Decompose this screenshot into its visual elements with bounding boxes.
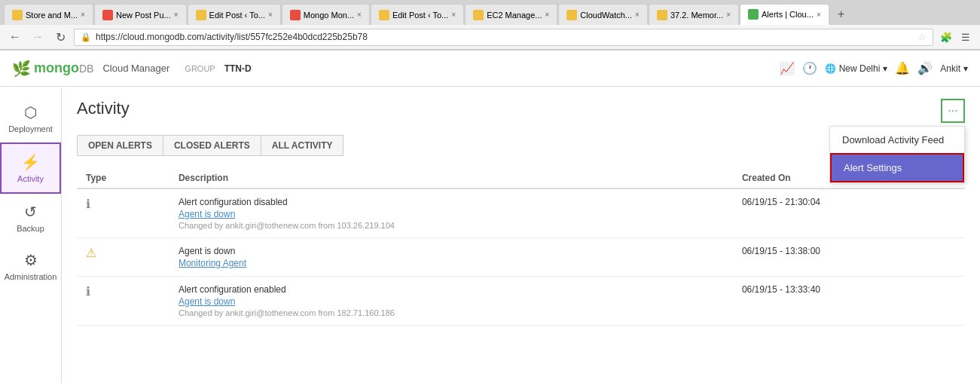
topbar-graph-icon[interactable]: 📈 <box>780 61 795 75</box>
activity-tab-all[interactable]: ALL ACTIVITY <box>261 135 344 156</box>
backup-icon: ↺ <box>24 203 37 221</box>
tab-close-icon[interactable]: × <box>635 11 640 19</box>
lock-icon: 🔒 <box>81 32 91 42</box>
group-name: TTN-D <box>224 63 252 74</box>
app-layout: ⬡Deployment⚡Activity↺Backup⚙Administrati… <box>0 87 980 383</box>
tab-label: Edit Post ‹ To... <box>209 11 265 20</box>
browser-tab-tab8[interactable]: 37.2. Memor...× <box>649 4 739 25</box>
user-dropdown[interactable]: Ankit ▾ <box>940 63 968 74</box>
activity-icon: ⚡ <box>21 153 40 171</box>
tab-bar: Store and M...×New Post Pu...×Edit Post … <box>0 0 980 25</box>
location-dropdown[interactable]: 🌐 New Delhi ▾ <box>825 63 888 74</box>
tab-close-icon[interactable]: × <box>726 11 731 19</box>
dropdown-menu: Download Activity FeedAlert Settings <box>829 126 965 183</box>
browser-chrome: Store and M...×New Post Pu...×Edit Post … <box>0 0 980 51</box>
nav-bar: ← → ↻ 🔒 https://cloud.mongodb.com/activi… <box>0 25 980 50</box>
table-row: ℹAlert configuration disabledAgent is do… <box>77 188 965 238</box>
table-header-type: Type <box>77 168 169 188</box>
tab-close-icon[interactable]: × <box>817 11 821 19</box>
menu-icon[interactable]: ☰ <box>957 29 974 45</box>
created-on-1: 06/19/15 - 13:38:00 <box>733 238 965 277</box>
activity-tab-open[interactable]: OPEN ALERTS <box>77 135 163 156</box>
kebab-menu-button[interactable]: ··· <box>941 99 965 123</box>
url-text: https://cloud.mongodb.com/activity/list/… <box>96 32 913 42</box>
mongo-leaf-icon: 🌿 <box>12 60 31 78</box>
browser-tab-tab6[interactable]: EC2 Manage...× <box>465 4 557 25</box>
location-chevron: ▾ <box>883 63 887 74</box>
group-label: GROUP <box>185 64 215 73</box>
description-sub-2: Changed by ankit.giri@tothenew.com from … <box>179 308 724 317</box>
browser-tab-tab4[interactable]: Mongo Mon...× <box>282 4 370 25</box>
bookmark-icon: ☆ <box>917 32 927 43</box>
browser-tab-tab7[interactable]: CloudWatch...× <box>558 4 648 25</box>
mongo-db-text: mongoDB <box>34 60 93 76</box>
dropdown-item-download[interactable]: Download Activity Feed <box>830 127 964 153</box>
activity-tab-closed[interactable]: CLOSED ALERTS <box>163 135 261 156</box>
tab-favicon <box>566 10 577 20</box>
tab-close-icon[interactable]: × <box>268 11 273 19</box>
address-bar[interactable]: 🔒 https://cloud.mongodb.com/activity/lis… <box>74 29 933 46</box>
reload-button[interactable]: ↻ <box>51 28 69 46</box>
tab-close-icon[interactable]: × <box>451 11 456 19</box>
sidebar-item-administration[interactable]: ⚙Administration <box>0 242 61 290</box>
tab-close-icon[interactable]: × <box>545 11 550 19</box>
tab-favicon <box>748 9 759 20</box>
browser-tab-tab1[interactable]: Store and M...× <box>4 4 93 25</box>
nav-icons: 🧩 ☰ <box>938 29 974 45</box>
sidebar-item-deployment[interactable]: ⬡Deployment <box>0 94 61 142</box>
sidebar-item-backup[interactable]: ↺Backup <box>0 194 61 242</box>
tab-label: Store and M... <box>26 11 78 20</box>
new-tab-button[interactable]: + <box>831 4 852 25</box>
sidebar-item-activity[interactable]: ⚡Activity <box>0 142 61 194</box>
table-header-description: Description <box>169 168 733 188</box>
info-icon: ℹ <box>86 285 90 298</box>
browser-tab-tab5[interactable]: Edit Post ‹ To...× <box>371 4 464 25</box>
cloud-manager-label: Cloud Manager <box>102 63 169 74</box>
tab-label: Edit Post ‹ To... <box>392 11 448 20</box>
tab-favicon <box>657 10 667 20</box>
tab-close-icon[interactable]: × <box>81 11 85 19</box>
browser-tab-tab2[interactable]: New Post Pu...× <box>94 4 187 25</box>
description-main-2: Alert configuration enabled <box>179 284 724 295</box>
user-name: Ankit <box>940 63 960 74</box>
logo: 🌿 mongoDB <box>12 60 93 78</box>
topbar-actions: 📈 🕐 🌐 New Delhi ▾ 🔔 🔊 Ankit ▾ <box>780 61 968 75</box>
user-chevron: ▾ <box>963 63 968 74</box>
dropdown-item-alert-settings[interactable]: Alert Settings <box>830 153 964 182</box>
description-link-0[interactable]: Agent is down <box>179 209 724 219</box>
page-header: Activity ··· <box>77 99 965 123</box>
tab-favicon <box>12 10 23 20</box>
globe-icon: 🌐 <box>825 63 836 74</box>
browser-tab-tab3[interactable]: Edit Post ‹ To...× <box>188 4 281 25</box>
tab-close-icon[interactable]: × <box>357 11 362 19</box>
description-main-1: Agent is down <box>179 246 724 256</box>
table-row: ⚠Agent is downMonitoring Agent06/19/15 -… <box>77 238 965 277</box>
topbar-clock-icon[interactable]: 🕐 <box>802 61 817 75</box>
tab-label: New Post Pu... <box>116 11 171 20</box>
description-main-0: Alert configuration disabled <box>179 197 724 207</box>
tab-favicon <box>196 10 206 20</box>
administration-icon: ⚙ <box>24 251 38 269</box>
content-area: Activity ··· Download Activity FeedAlert… <box>62 87 980 383</box>
tab-label: Mongo Mon... <box>304 11 354 20</box>
app-topbar: 🌿 mongoDB Cloud Manager GROUP TTN-D 📈 🕐 … <box>0 51 980 87</box>
topbar-speaker-icon[interactable]: 🔊 <box>917 61 933 75</box>
description-link-1[interactable]: Monitoring Agent <box>179 258 724 268</box>
warning-icon: ⚠ <box>86 247 96 259</box>
tab-label: Alerts | Clou... <box>762 10 814 19</box>
location-text: New Delhi <box>839 63 881 74</box>
topbar-bell-icon[interactable]: 🔔 <box>895 61 910 75</box>
info-icon: ℹ <box>86 198 90 210</box>
sidebar-item-label-deployment: Deployment <box>8 124 53 133</box>
sidebar-item-label-administration: Administration <box>5 272 57 281</box>
sidebar-item-label-backup: Backup <box>17 224 44 233</box>
back-button[interactable]: ← <box>6 28 24 46</box>
tab-favicon <box>379 10 389 20</box>
extensions-icon[interactable]: 🧩 <box>938 29 954 45</box>
browser-tab-tab9[interactable]: Alerts | Clou...× <box>740 4 829 25</box>
description-link-2[interactable]: Agent is down <box>179 296 724 307</box>
description-sub-0: Changed by ankit.giri@tothenew.com from … <box>179 221 724 230</box>
tab-close-icon[interactable]: × <box>174 11 179 19</box>
tab-label: EC2 Manage... <box>487 11 542 20</box>
forward-button[interactable]: → <box>29 28 47 46</box>
